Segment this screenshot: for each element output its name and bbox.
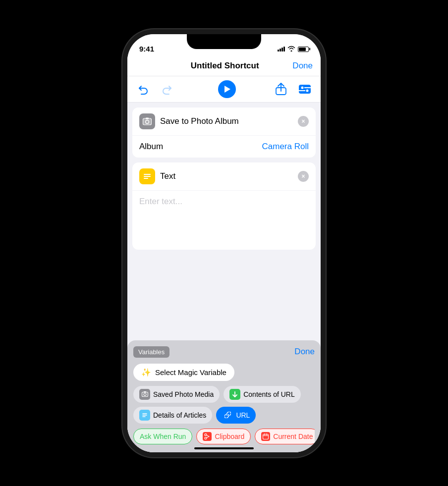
variables-label: Variables xyxy=(133,346,169,358)
chip-url[interactable]: URL xyxy=(216,407,256,424)
save-photo-icon xyxy=(139,113,155,129)
phone-content: Untitled Shortcut Done xyxy=(127,56,321,452)
svg-rect-20 xyxy=(263,434,269,439)
actions-area: Save to Photo Album × Album Camera Roll xyxy=(127,103,321,452)
notch xyxy=(187,34,261,49)
scissors-icon xyxy=(203,432,212,441)
link-chip-icon xyxy=(222,410,233,421)
chip-details-articles[interactable]: Details of Articles xyxy=(133,407,212,424)
ask-when-run-label: Ask When Run xyxy=(140,432,186,440)
svg-point-3 xyxy=(306,89,309,92)
variables-panel: Variables Done ✨ Select Magic Variable xyxy=(127,340,321,452)
clipboard-pill[interactable]: Clipboard xyxy=(196,429,251,444)
album-value[interactable]: Camera Roll xyxy=(262,142,309,152)
nav-done-button[interactable]: Done xyxy=(292,61,313,71)
settings-button[interactable] xyxy=(297,81,313,97)
calendar-icon xyxy=(261,432,270,441)
current-date-label: Current Date xyxy=(273,432,313,440)
svg-rect-8 xyxy=(146,117,149,119)
save-photo-close-button[interactable]: × xyxy=(298,116,309,127)
signal-bar-1 xyxy=(278,50,279,52)
variables-header: Variables Done xyxy=(133,346,315,358)
text-input-area[interactable]: Enter text... xyxy=(132,190,316,250)
svg-rect-14 xyxy=(144,391,146,393)
chip-url-label: URL xyxy=(236,411,250,419)
save-photo-album-row[interactable]: Album Camera Roll xyxy=(132,135,316,158)
svg-point-13 xyxy=(144,393,146,396)
status-time: 9:41 xyxy=(139,45,154,53)
chip-contents-of-url[interactable]: Contents of URL xyxy=(224,386,301,403)
current-date-pill[interactable]: Current Date xyxy=(255,429,315,444)
text-header: Text × xyxy=(132,162,316,190)
save-photo-header: Save to Photo Album × xyxy=(132,108,316,135)
variable-chips: Saved Photo Media Contents of URL xyxy=(133,386,315,424)
text-close-button[interactable]: × xyxy=(298,171,309,182)
ask-when-run-pill[interactable]: Ask When Run xyxy=(133,429,192,444)
bottom-shortcuts: Ask When Run Clipboard xyxy=(133,429,315,446)
signal-bars-icon xyxy=(278,47,285,52)
status-icons xyxy=(278,46,309,53)
text-card: Text × Enter text... xyxy=(132,162,316,250)
battery-fill xyxy=(299,48,306,51)
undo-button[interactable] xyxy=(135,81,151,97)
clipboard-label: Clipboard xyxy=(215,432,244,440)
svg-point-2 xyxy=(301,86,304,89)
signal-bar-3 xyxy=(281,48,283,52)
arrow-down-chip-icon xyxy=(229,389,240,400)
list-chip-icon xyxy=(139,410,150,421)
home-indicator xyxy=(194,447,254,449)
text-title: Text xyxy=(160,171,298,181)
signal-bar-2 xyxy=(280,49,281,52)
redo-button[interactable] xyxy=(159,81,175,97)
nav-bar: Untitled Shortcut Done xyxy=(127,56,321,76)
save-photo-title: Save to Photo Album xyxy=(160,116,298,126)
chip-details-articles-label: Details of Articles xyxy=(153,411,206,419)
svg-rect-12 xyxy=(142,392,148,397)
play-button[interactable] xyxy=(218,80,236,98)
chip-contents-url-label: Contents of URL xyxy=(243,390,295,398)
save-photo-card: Save to Photo Album × Album Camera Roll xyxy=(132,108,316,158)
camera-chip-icon xyxy=(139,389,150,400)
variables-done-button[interactable]: Done xyxy=(294,347,315,357)
toolbar xyxy=(127,76,321,103)
svg-rect-1 xyxy=(299,85,311,94)
chip-saved-photo-label: Saved Photo Media xyxy=(153,390,214,398)
magic-wand-icon: ✨ xyxy=(141,368,151,377)
chip-saved-photo-media[interactable]: Saved Photo Media xyxy=(133,386,220,403)
share-button[interactable] xyxy=(273,81,289,97)
text-placeholder: Enter text... xyxy=(139,197,182,206)
album-label: Album xyxy=(139,142,163,152)
wifi-icon xyxy=(287,46,295,53)
magic-variable-button[interactable]: ✨ Select Magic Variable xyxy=(133,364,234,381)
magic-variable-label: Select Magic Variable xyxy=(155,368,226,377)
nav-title: Untitled Shortcut xyxy=(191,61,259,71)
text-icon xyxy=(139,168,155,184)
signal-bar-4 xyxy=(283,47,285,52)
play-icon xyxy=(224,86,230,93)
battery-icon xyxy=(298,47,309,52)
